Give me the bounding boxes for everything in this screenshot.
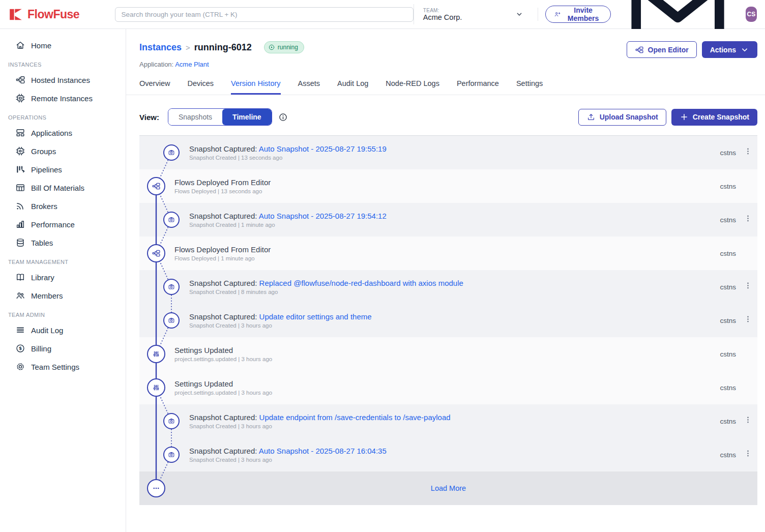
- actions-button[interactable]: Actions: [702, 41, 757, 58]
- sidebar-item-hosted-instances[interactable]: Hosted Instances: [0, 71, 126, 89]
- timeline-row: Flows Deployed From EditorFlows Deployed…: [139, 237, 757, 270]
- timeline-node: [163, 279, 180, 295]
- sidebar-item-label: Members: [31, 291, 63, 300]
- sidebar-item-label: Brokers: [31, 202, 57, 211]
- sidebar-item-label: Billing: [31, 344, 51, 353]
- sidebar-item-label: Performance: [31, 220, 75, 229]
- editor-icon: [635, 45, 644, 54]
- kebab-menu-icon[interactable]: [744, 281, 752, 292]
- snapshot-link[interactable]: Auto Snapshot - 2025-08-27 19:55:19: [259, 144, 387, 153]
- event-title: Flows Deployed From Editor: [174, 178, 271, 187]
- create-snapshot-button[interactable]: Create Snapshot: [671, 109, 757, 126]
- sidebar-item-home[interactable]: Home: [0, 36, 126, 54]
- event-user: cstns: [720, 183, 736, 190]
- camera-icon: [167, 283, 175, 291]
- view-toggle-timeline[interactable]: Timeline: [222, 109, 272, 125]
- load-more-link[interactable]: Load More: [431, 484, 466, 492]
- event-title: Snapshot Captured: Auto Snapshot - 2025-…: [189, 212, 387, 220]
- application-line: Application: Acme Plant: [126, 58, 765, 68]
- event-title: Snapshot Captured: Update endpoint from …: [189, 413, 451, 422]
- sidebar-item-label: Pipelines: [31, 165, 62, 174]
- search-input[interactable]: [115, 7, 414, 22]
- info-icon[interactable]: [278, 112, 288, 122]
- invite-members-button[interactable]: Invite Members: [545, 6, 611, 23]
- tab-node-red-logs[interactable]: Node-RED Logs: [386, 79, 439, 95]
- event-user: cstns: [720, 384, 736, 392]
- tab-devices[interactable]: Devices: [187, 79, 214, 95]
- sidebar-item-brokers[interactable]: Brokers: [0, 197, 126, 215]
- event-user: cstns: [720, 216, 736, 224]
- tab-audit-log[interactable]: Audit Log: [337, 79, 368, 95]
- sidebar-item-library[interactable]: Library: [0, 268, 126, 286]
- timeline-node: [147, 345, 165, 363]
- sidebar-item-audit-log[interactable]: Audit Log: [0, 321, 126, 339]
- event-user: cstns: [720, 418, 736, 425]
- header-actions: Open Editor Actions: [627, 41, 757, 58]
- sidebar-item-members[interactable]: Members: [0, 286, 126, 305]
- kebab-menu-icon[interactable]: [744, 147, 752, 158]
- event-user: cstns: [720, 451, 736, 459]
- upload-icon: [586, 112, 596, 122]
- user-avatar[interactable]: CS: [746, 7, 757, 22]
- tab-version-history[interactable]: Version History: [231, 79, 281, 95]
- view-toggle-snapshots[interactable]: Snapshots: [168, 109, 222, 125]
- kebab-menu-icon[interactable]: [744, 315, 752, 326]
- kebab-menu-icon[interactable]: [744, 449, 752, 460]
- sidebar-item-performance[interactable]: Performance: [0, 215, 126, 233]
- timeline-row: Snapshot Captured: Auto Snapshot - 2025-…: [139, 203, 757, 237]
- sidebar-item-label: Home: [31, 41, 51, 50]
- sidebar-section-header: TEAM ADMIN: [0, 305, 126, 321]
- kebab-menu-icon[interactable]: [744, 214, 752, 225]
- sidebar-item-billing[interactable]: $Billing: [0, 339, 126, 358]
- snapshot-link[interactable]: Replaced @flowfuse/node-red-dashboard wi…: [259, 279, 463, 287]
- kebab-menu-icon[interactable]: [744, 416, 752, 427]
- event-user: cstns: [720, 350, 736, 358]
- view-actions: Upload Snapshot Create Snapshot: [578, 109, 757, 126]
- sidebar-section-header: OPERATIONS: [0, 107, 126, 124]
- tab-performance[interactable]: Performance: [457, 79, 499, 95]
- tab-settings[interactable]: Settings: [516, 79, 543, 95]
- hosted-instances-icon: [15, 75, 25, 85]
- sidebar-item-team-settings[interactable]: Team Settings: [0, 358, 126, 376]
- performance-icon: [15, 219, 25, 229]
- sliders-icon: [152, 349, 161, 359]
- application-link[interactable]: Acme Plant: [175, 61, 209, 68]
- sidebar-item-applications[interactable]: Applications: [0, 124, 126, 142]
- team-settings-icon: [15, 362, 25, 372]
- breadcrumb-instances-link[interactable]: Instances: [139, 42, 182, 53]
- tab-overview[interactable]: Overview: [139, 79, 170, 95]
- event-meta: Snapshot Created | 3 hours ago: [189, 322, 372, 329]
- team-name: Acme Corp.: [423, 13, 462, 21]
- sidebar-item-remote-instances[interactable]: Remote Instances: [0, 89, 126, 107]
- snapshot-link[interactable]: Update editor settings and theme: [259, 312, 372, 321]
- team-selector[interactable]: TEAM: Acme Corp.: [414, 4, 531, 24]
- sidebar-item-bill-of-materials[interactable]: Bill Of Materials: [0, 179, 126, 197]
- event-meta: Snapshot Created | 3 hours ago: [189, 457, 387, 463]
- home-icon: [15, 40, 25, 50]
- snapshot-link[interactable]: Auto Snapshot - 2025-08-27 16:04:35: [259, 447, 387, 455]
- event-meta: Snapshot Created | 1 minute ago: [189, 222, 387, 228]
- snapshot-link[interactable]: Update endpoint from /save-credentials t…: [259, 413, 451, 422]
- chevron-down-icon: [740, 45, 749, 54]
- event-title: Snapshot Captured: Replaced @flowfuse/no…: [189, 279, 463, 287]
- view-toggle: SnapshotsTimeline: [168, 108, 272, 126]
- members-icon: [15, 290, 25, 301]
- event-user: cstns: [720, 317, 736, 324]
- open-editor-button[interactable]: Open Editor: [627, 41, 697, 58]
- event-meta: Flows Deployed | 1 minute ago: [174, 255, 271, 261]
- sidebar-item-pipelines[interactable]: Pipelines: [0, 160, 126, 179]
- upload-snapshot-button[interactable]: Upload Snapshot: [578, 109, 666, 126]
- sidebar-item-label: Bill Of Materials: [31, 184, 84, 192]
- sliders-icon: [152, 383, 161, 392]
- sidebar-item-label: Audit Log: [31, 326, 63, 335]
- snapshot-link[interactable]: Auto Snapshot - 2025-08-27 19:54:12: [259, 212, 387, 220]
- brand-name: FlowFuse: [27, 8, 79, 21]
- timeline-node: [163, 413, 180, 429]
- sidebar-item-groups[interactable]: Groups: [0, 142, 126, 160]
- tab-assets[interactable]: Assets: [298, 79, 320, 95]
- play-icon: [268, 44, 275, 51]
- view-label: View:: [139, 113, 159, 122]
- sidebar-item-tables[interactable]: Tables: [0, 233, 126, 252]
- brand-logo[interactable]: FlowFuse: [8, 8, 109, 21]
- applications-icon: [15, 128, 25, 138]
